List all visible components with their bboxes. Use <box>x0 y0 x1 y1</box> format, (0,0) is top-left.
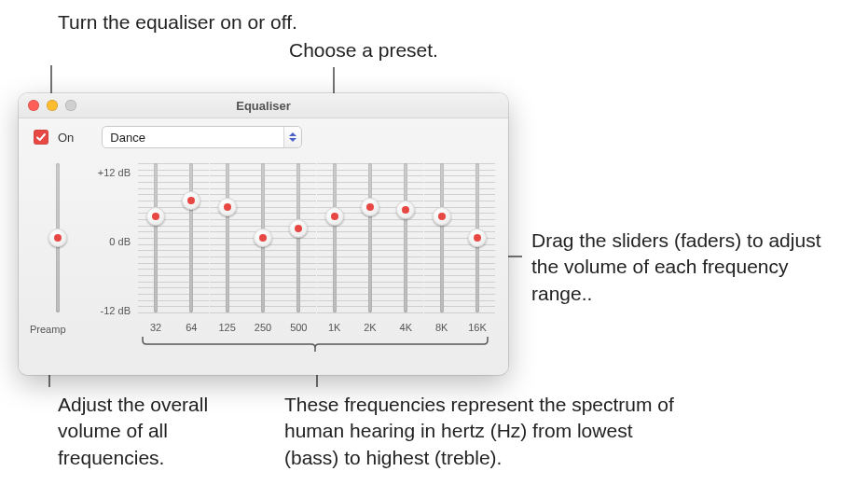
window-title: Equaliser <box>19 99 508 113</box>
band-column: 500 <box>282 159 314 346</box>
band-track-wrap <box>282 159 314 316</box>
slider-tick <box>210 312 245 313</box>
db-label-bot: -12 dB <box>101 305 131 316</box>
band-freq-label: 4K <box>390 322 421 333</box>
band-track-wrap <box>319 159 351 316</box>
band-track-wrap <box>462 159 493 316</box>
band-freq-label: 32 <box>140 322 172 333</box>
band-column: 1K <box>319 159 351 346</box>
band-slider[interactable] <box>433 207 451 226</box>
slider-tick <box>281 312 316 313</box>
on-checkbox[interactable] <box>34 130 48 145</box>
band-track <box>154 163 158 312</box>
band-track-wrap <box>247 159 279 316</box>
slider-tick <box>424 312 460 313</box>
titlebar: Equaliser <box>19 93 508 118</box>
band-slider[interactable] <box>254 229 272 247</box>
band-track-wrap <box>390 159 421 316</box>
db-label-top: +12 dB <box>98 167 131 178</box>
band-slider[interactable] <box>325 207 344 226</box>
band-slider[interactable] <box>361 198 379 216</box>
frequency-bracket <box>140 337 494 355</box>
callout-toggle-text: Turn the equaliser on or off. <box>58 9 300 35</box>
chevron-down-icon <box>289 138 296 142</box>
chevron-up-icon <box>289 132 296 136</box>
preset-stepper[interactable] <box>283 127 301 147</box>
slider-tick <box>352 312 388 313</box>
slider-tick <box>388 312 423 313</box>
band-track-wrap <box>426 159 458 316</box>
equaliser-window: Equaliser On Dance +12 dB 0 dB -12 dB <box>19 93 508 375</box>
preset-selected-label: Dance <box>110 131 145 145</box>
band-track-wrap <box>212 159 243 316</box>
controls-row: On Dance <box>19 118 508 152</box>
equaliser-area: +12 dB 0 dB -12 dB Preamp 32641252505001… <box>19 152 508 375</box>
preamp-column <box>39 159 76 316</box>
band-track <box>333 163 337 312</box>
band-freq-label: 64 <box>175 322 207 333</box>
db-label-mid: 0 dB <box>109 236 131 247</box>
band-slider[interactable] <box>182 191 200 210</box>
band-column: 125 <box>212 159 243 346</box>
band-freq-label: 1K <box>319 322 351 333</box>
preset-select[interactable]: Dance <box>102 126 302 148</box>
band-slider[interactable] <box>289 219 308 238</box>
preamp-track-wrap <box>39 159 76 316</box>
callout-preset-text: Choose a preset. <box>289 37 531 63</box>
preamp-label: Preamp <box>30 324 66 335</box>
zoom-icon <box>65 100 76 111</box>
band-slider[interactable] <box>468 229 487 247</box>
band-track <box>404 163 407 312</box>
band-column: 2K <box>354 159 386 346</box>
band-track <box>226 163 229 312</box>
slider-tick <box>317 312 352 313</box>
band-column: 8K <box>426 159 458 346</box>
band-track <box>296 163 300 312</box>
on-label: On <box>58 131 74 145</box>
band-freq-label: 125 <box>212 322 243 333</box>
band-freq-label: 8K <box>426 322 458 333</box>
band-track-wrap <box>140 159 172 316</box>
band-track <box>368 163 372 312</box>
band-column: 64 <box>175 159 207 346</box>
callout-freqs-text: These frequencies represent the spectrum… <box>284 392 685 471</box>
band-column: 4K <box>390 159 421 346</box>
slider-tick <box>138 312 173 313</box>
band-track-wrap <box>354 159 386 316</box>
band-slider[interactable] <box>146 207 165 226</box>
db-scale-labels: +12 dB 0 dB -12 dB <box>84 161 131 320</box>
preamp-slider[interactable] <box>48 229 67 247</box>
band-freq-label: 250 <box>247 322 279 333</box>
band-track <box>189 163 193 312</box>
band-freq-label: 500 <box>282 322 314 333</box>
callout-sliders-text: Drag the sliders (faders) to adjust the … <box>531 228 839 307</box>
close-icon[interactable] <box>28 100 39 111</box>
band-slider[interactable] <box>218 198 237 216</box>
band-column: 32 <box>140 159 172 346</box>
slider-tick <box>245 312 281 313</box>
band-track-wrap <box>175 159 207 316</box>
band-sliders: 32641252505001K2K4K8K16K <box>140 159 493 346</box>
band-track <box>440 163 444 312</box>
band-column: 250 <box>247 159 279 346</box>
slider-tick <box>173 312 209 313</box>
band-column: 16K <box>462 159 493 346</box>
band-slider[interactable] <box>396 201 415 219</box>
minimize-icon[interactable] <box>47 100 58 111</box>
traffic-lights <box>19 100 76 111</box>
band-freq-label: 2K <box>354 322 386 333</box>
checkmark-icon <box>35 132 47 143</box>
slider-tick <box>460 312 495 313</box>
callout-preamp-text: Adjust the overall volume of all frequen… <box>58 392 263 471</box>
band-freq-label: 16K <box>462 322 493 333</box>
